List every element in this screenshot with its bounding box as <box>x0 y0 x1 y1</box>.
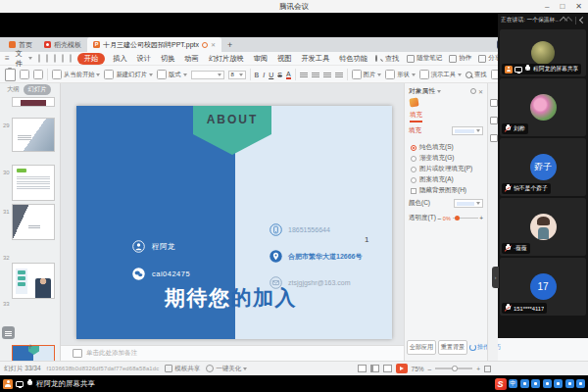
screen-share-indicator[interactable]: 程阿龙的屏幕共享 <box>3 379 95 389</box>
checkbox-hide-background[interactable]: 隐藏背景图形(H) <box>411 186 466 195</box>
zoom-in-button[interactable]: + <box>476 366 480 372</box>
strip-properties-icon[interactable] <box>490 99 498 107</box>
presentation-tools-button[interactable]: 演示工具 <box>419 70 462 79</box>
slider-thumb[interactable] <box>455 216 460 220</box>
redo-icon[interactable] <box>70 54 72 63</box>
panel-widget-icon[interactable] <box>2 326 15 339</box>
panel-close-icon[interactable]: ✕ <box>478 88 483 95</box>
numbered-list-icon[interactable] <box>312 72 319 78</box>
notes-action[interactable]: 随堂笔记 <box>407 54 442 63</box>
underline-button[interactable]: U <box>269 72 273 78</box>
collab-action[interactable]: 协作 <box>449 54 471 63</box>
undo-icon[interactable] <box>62 54 64 63</box>
fill-style-select[interactable] <box>452 126 483 135</box>
transparency-slider[interactable] <box>453 218 478 220</box>
new-tab-button[interactable]: + <box>221 40 238 50</box>
close-icon[interactable]: ✕ <box>575 2 582 11</box>
thumbnail-slide-31[interactable] <box>12 204 55 240</box>
transparency-minus[interactable]: – <box>438 215 442 221</box>
menu-tab-features[interactable]: 特色功能 <box>337 53 369 65</box>
fill-bucket-icon[interactable] <box>409 97 418 107</box>
thumbnail-slide-29[interactable] <box>12 118 55 152</box>
normal-view-icon[interactable] <box>358 365 367 372</box>
chevron-down-icon[interactable] <box>437 90 441 93</box>
new-slide-button[interactable]: 新建幻灯片 <box>104 70 152 79</box>
menu-file[interactable]: 文件 <box>16 49 23 69</box>
collapse-arrow-icon[interactable] <box>579 17 586 24</box>
zoom-out-button[interactable]: – <box>428 366 432 372</box>
cut-icon[interactable] <box>20 70 29 79</box>
menu-tab-design[interactable]: 设计 <box>135 53 153 65</box>
pin-icon[interactable] <box>470 88 476 94</box>
radio-picture-fill[interactable]: 图片或纹理填充(P) <box>411 165 472 173</box>
ime-toolbox-icon[interactable] <box>565 379 574 388</box>
ime-mic-icon[interactable] <box>543 379 552 388</box>
apply-all-button[interactable]: 全部应用 <box>407 340 436 355</box>
layout-button[interactable]: 版式 <box>157 70 187 79</box>
tab-docer[interactable]: 稻壳模板 <box>38 37 87 52</box>
sidebar-collapse-handle[interactable]: › <box>492 267 499 288</box>
radio-pattern-fill[interactable]: 图案填充(A) <box>411 175 454 184</box>
menu-tab-slideshow[interactable]: 幻灯片放映 <box>207 53 246 65</box>
tab-slides[interactable]: 幻灯片 <box>24 84 52 95</box>
beautify-button[interactable]: 一键美化 <box>206 365 247 373</box>
thumbnail-slide-32[interactable] <box>12 263 55 299</box>
font-size-select[interactable]: 8 <box>228 71 246 79</box>
strip-animation-icon[interactable] <box>490 117 498 124</box>
sogou-input-icon[interactable]: S <box>495 378 507 390</box>
thumbnail-slide-30[interactable] <box>12 165 55 201</box>
hamburger-icon[interactable]: ≡ <box>5 54 10 63</box>
tab-close-icon[interactable]: ✕ <box>211 41 216 48</box>
fullscreen-icon[interactable] <box>484 366 491 372</box>
slideshow-play-button[interactable] <box>396 364 408 373</box>
video-tile[interactable]: 孬子 怕不是个孬子 <box>500 138 586 196</box>
search-icon[interactable] <box>375 55 377 62</box>
menu-tab-view[interactable]: 视图 <box>275 53 293 65</box>
ime-pen-icon[interactable] <box>520 379 529 388</box>
paste-icon[interactable] <box>5 69 16 81</box>
menu-tab-animation[interactable]: 动画 <box>182 53 200 65</box>
reset-background-button[interactable]: 重置背景 <box>438 340 467 355</box>
align-center-icon[interactable] <box>335 72 343 78</box>
slide-sorter-icon[interactable] <box>370 365 379 372</box>
menu-tab-devtools[interactable]: 开发工具 <box>299 53 331 65</box>
video-tile[interactable]: 17 151****4117 <box>500 258 586 316</box>
strikethrough-button[interactable]: S <box>277 72 282 78</box>
tab-document[interactable]: P 十月三建公司校园招聘PPT.pptx ✕ <box>87 37 221 52</box>
preview-icon[interactable] <box>54 54 56 63</box>
transparency-plus[interactable]: + <box>479 215 483 221</box>
play-from-current-button[interactable]: 从当前开始 <box>52 70 100 79</box>
italic-button[interactable]: I <box>263 72 265 78</box>
video-tile[interactable]: 刘桦 <box>500 78 586 136</box>
color-select[interactable] <box>454 199 483 208</box>
slider-thumb[interactable] <box>452 366 458 371</box>
ime-settings-icon[interactable] <box>531 379 540 388</box>
ime-skin-icon[interactable] <box>576 379 585 388</box>
ime-mode-icon[interactable]: 中 <box>509 379 517 388</box>
menu-tab-review[interactable]: 审阅 <box>252 53 270 65</box>
thumbnail-partial[interactable] <box>12 97 55 107</box>
strip-comment-icon[interactable] <box>490 134 498 142</box>
bold-button[interactable]: B <box>255 72 260 78</box>
notes-bar[interactable]: 单击此处添加备注 <box>61 345 404 361</box>
menu-find[interactable]: 查找 <box>383 53 401 65</box>
fill-tab[interactable]: 填充 <box>410 111 422 122</box>
radio-solid-fill[interactable]: 纯色填充(S) <box>411 143 454 152</box>
print-icon[interactable] <box>46 54 48 63</box>
tab-outline[interactable]: 大纲 <box>7 85 20 94</box>
save-icon[interactable] <box>38 54 40 63</box>
align-left-icon[interactable] <box>323 72 331 78</box>
bullet-list-icon[interactable] <box>300 72 308 78</box>
font-family-select[interactable] <box>191 71 224 79</box>
shape-button[interactable]: 形状 <box>385 70 416 79</box>
reading-view-icon[interactable] <box>383 365 392 372</box>
find-button[interactable]: 查找 <box>466 71 487 79</box>
picture-button[interactable]: 图片 <box>352 70 382 79</box>
video-tile-presenter[interactable]: 程阿龙的屏幕共享 <box>500 29 586 76</box>
add-slide-button[interactable]: + <box>0 342 61 352</box>
radio-gradient-fill[interactable]: 渐变填充(G) <box>411 154 454 163</box>
font-color-button[interactable]: A <box>286 71 291 79</box>
menu-tab-transition[interactable]: 切换 <box>159 53 176 65</box>
format-painter-icon[interactable] <box>33 70 43 79</box>
video-tile[interactable]: ·薇薇 <box>500 198 586 256</box>
